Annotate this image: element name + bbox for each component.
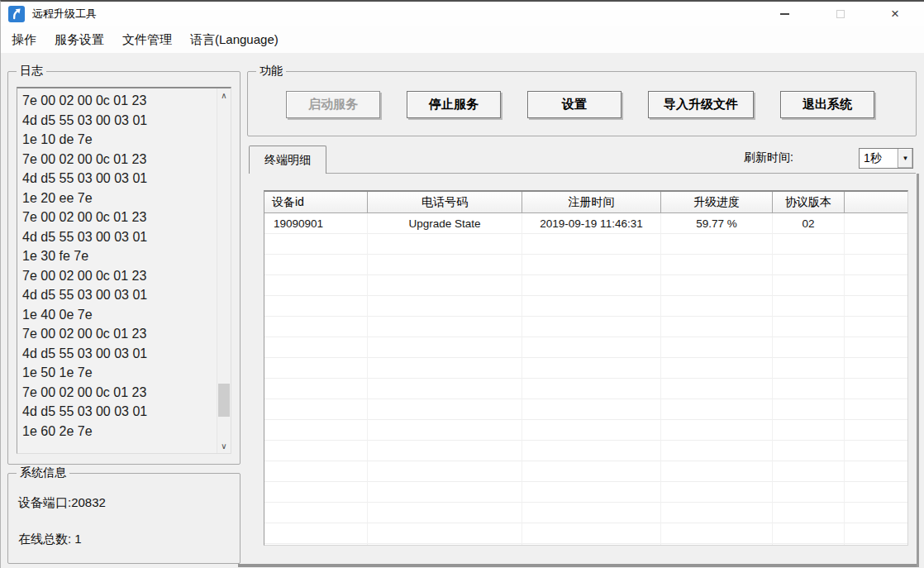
- maximize-icon: [836, 10, 845, 18]
- scroll-down-icon[interactable]: ∨: [217, 439, 231, 453]
- table-empty-cell: [264, 503, 368, 523]
- table-empty-cell: [368, 317, 522, 337]
- table-empty-cell: [264, 420, 368, 441]
- device-port-text: 设备端口:20832: [18, 495, 106, 511]
- table-empty-cell: [368, 379, 522, 399]
- table-empty-cell: [264, 441, 368, 461]
- table-empty-cell: [522, 399, 661, 420]
- table-empty-cell: [845, 461, 907, 482]
- menu-item-0[interactable]: 操作: [2, 26, 45, 53]
- function-button-3[interactable]: 导入升级文件: [648, 91, 754, 118]
- table-empty-row: [264, 482, 907, 503]
- table-empty-cell: [368, 461, 522, 482]
- function-button-0[interactable]: 启动服务: [286, 91, 380, 118]
- log-panel: 日志 7e 00 02 00 0c 01 23 4d d5 55 03 00 0…: [7, 71, 241, 465]
- table-empty-cell: [661, 358, 773, 379]
- table-empty-cell: [845, 399, 907, 420]
- column-header-4[interactable]: 协议版本: [773, 192, 845, 213]
- column-header-1[interactable]: 电话号码: [368, 192, 522, 213]
- log-box: 7e 00 02 00 0c 01 23 4d d5 55 03 00 03 0…: [17, 87, 231, 454]
- table-empty-row: [264, 379, 907, 399]
- table-empty-cell: [522, 255, 661, 275]
- column-header-3[interactable]: 升级进度: [661, 192, 773, 213]
- table-empty-cell: [368, 523, 522, 544]
- window-bottom-edge: [238, 564, 919, 567]
- table-empty-cell: [661, 399, 773, 420]
- table-empty-cell: [368, 234, 522, 255]
- log-text[interactable]: 7e 00 02 00 0c 01 23 4d d5 55 03 00 03 0…: [17, 88, 217, 453]
- table-empty-cell: [522, 441, 661, 461]
- table-empty-cell: [661, 482, 773, 503]
- log-scrollbar[interactable]: ∧ ∨: [217, 88, 231, 453]
- chevron-down-icon[interactable]: ▼: [898, 149, 912, 168]
- table-empty-cell: [368, 544, 522, 546]
- table-cell: 02: [773, 213, 845, 234]
- table-empty-cell: [522, 379, 661, 399]
- app-window: 远程升级工具 × 操作服务设置文件管理语言(Language) 日志 7e 00…: [0, 0, 924, 568]
- table-empty-cell: [773, 234, 845, 255]
- table-empty-cell: [368, 337, 522, 358]
- tab-terminal-detail[interactable]: 终端明细: [249, 146, 326, 174]
- table-empty-cell: [661, 544, 773, 546]
- menu-item-2[interactable]: 文件管理: [113, 26, 181, 53]
- table-empty-row: [264, 255, 907, 275]
- table-empty-cell: [661, 379, 773, 399]
- menu-item-3[interactable]: 语言(Language): [181, 26, 288, 53]
- menu-item-1[interactable]: 服务设置: [45, 26, 113, 53]
- table-empty-row: [264, 275, 907, 296]
- table-empty-cell: [845, 255, 907, 275]
- table-empty-cell: [661, 275, 773, 296]
- table-empty-row: [264, 544, 907, 546]
- table-empty-cell: [845, 441, 907, 461]
- table-empty-row: [264, 317, 907, 337]
- table-empty-cell: [773, 337, 845, 358]
- table-empty-cell: [845, 482, 907, 503]
- device-table: 设备id电话号码注册时间升级进度协议版本19090901Upgrade Stat…: [264, 190, 908, 546]
- table-empty-cell: [522, 523, 661, 544]
- table-empty-cell: [368, 255, 522, 275]
- table-cell-filler: [845, 213, 907, 234]
- table-empty-cell: [264, 523, 368, 544]
- function-panel: 功能 启动服务停止服务设置导入升级文件退出系统: [247, 71, 917, 136]
- system-info-panel: 系统信息 设备端口:20832 在线总数: 1: [7, 473, 241, 564]
- table-empty-cell: [368, 441, 522, 461]
- table-row[interactable]: 19090901Upgrade State2019-09-19 11:46:31…: [264, 213, 907, 234]
- column-header-filler: [845, 192, 907, 213]
- log-panel-title: 日志: [17, 64, 46, 79]
- refresh-interval-value: 1秒: [860, 149, 898, 168]
- table-empty-cell: [522, 234, 661, 255]
- table-empty-row: [264, 296, 907, 317]
- table-empty-cell: [773, 544, 845, 546]
- table-empty-row: [264, 234, 907, 255]
- table-empty-cell: [661, 441, 773, 461]
- table-empty-cell: [264, 461, 368, 482]
- refresh-interval-combobox[interactable]: 1秒 ▼: [859, 148, 913, 169]
- table-empty-cell: [368, 296, 522, 317]
- window-right-edge: [917, 174, 919, 567]
- table-empty-cell: [661, 420, 773, 441]
- minimize-button[interactable]: [774, 2, 795, 26]
- table-empty-cell: [773, 275, 845, 296]
- table-empty-cell: [773, 358, 845, 379]
- column-header-2[interactable]: 注册时间: [522, 192, 661, 213]
- table-empty-cell: [264, 255, 368, 275]
- maximize-button[interactable]: [830, 2, 851, 26]
- table-empty-cell: [661, 296, 773, 317]
- function-button-4[interactable]: 退出系统: [780, 91, 874, 118]
- table-empty-cell: [845, 275, 907, 296]
- table-empty-cell: [522, 420, 661, 441]
- close-button[interactable]: ×: [884, 2, 906, 26]
- table-empty-cell: [661, 337, 773, 358]
- table-cell: 19090901: [264, 213, 368, 234]
- scrollbar-thumb[interactable]: [218, 384, 230, 417]
- table-empty-cell: [522, 358, 661, 379]
- table-empty-row: [264, 461, 907, 482]
- table-empty-cell: [522, 337, 661, 358]
- table-empty-cell: [773, 255, 845, 275]
- function-button-2[interactable]: 设置: [527, 91, 622, 118]
- function-button-1[interactable]: 停止服务: [407, 91, 501, 118]
- table-empty-cell: [845, 379, 907, 399]
- scroll-up-icon[interactable]: ∧: [217, 88, 231, 103]
- column-header-0[interactable]: 设备id: [264, 192, 368, 213]
- table-empty-cell: [368, 275, 522, 296]
